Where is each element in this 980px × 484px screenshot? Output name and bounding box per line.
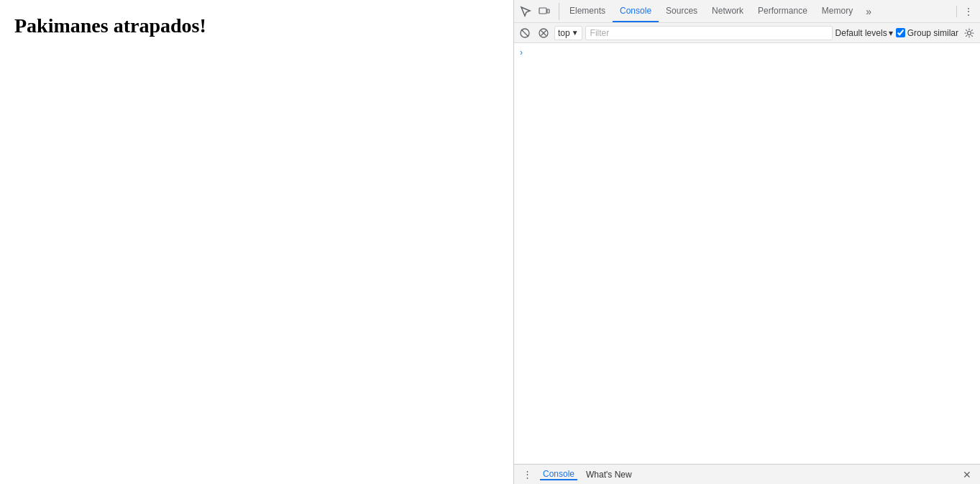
svg-point-7 bbox=[968, 31, 971, 35]
drawer-menu-button[interactable]: ⋮ bbox=[520, 467, 534, 482]
drawer-close-button[interactable]: ✕ bbox=[960, 467, 974, 482]
clear-button-2[interactable] bbox=[536, 25, 551, 41]
device-toolbar-button[interactable] bbox=[536, 3, 553, 20]
devtools-toolbar: Elements Console Sources Network Perform… bbox=[514, 0, 980, 23]
svg-rect-0 bbox=[539, 8, 546, 14]
default-levels-button[interactable]: Default levels ▾ bbox=[835, 28, 893, 38]
console-toolbar: top ▼ Default levels ▾ Group similar bbox=[514, 23, 980, 43]
tab-memory[interactable]: Memory bbox=[815, 0, 860, 22]
overflow-menu-button[interactable]: ⋮ bbox=[960, 3, 977, 20]
tab-elements[interactable]: Elements bbox=[562, 0, 613, 22]
inspect-element-button[interactable] bbox=[517, 3, 534, 20]
tab-network[interactable]: Network bbox=[705, 0, 751, 22]
devtools-panel: Elements Console Sources Network Perform… bbox=[513, 0, 980, 484]
console-settings-button[interactable] bbox=[961, 25, 977, 41]
group-similar-label[interactable]: Group similar bbox=[896, 28, 958, 38]
tab-performance[interactable]: Performance bbox=[751, 0, 815, 22]
page-title: Pakimanes atrapados! bbox=[14, 14, 499, 37]
toolbar-right-icons: ⋮ bbox=[952, 3, 977, 20]
drawer-tab-whats-new[interactable]: What's New bbox=[583, 470, 635, 480]
bottom-drawer: ⋮ Console What's New ✕ bbox=[514, 464, 980, 484]
more-tabs-button[interactable]: » bbox=[860, 3, 877, 20]
tab-sources[interactable]: Sources bbox=[659, 0, 705, 22]
page-content: Pakimanes atrapados! bbox=[0, 0, 513, 484]
console-prompt-arrow[interactable]: › bbox=[514, 46, 980, 59]
svg-rect-1 bbox=[547, 9, 549, 13]
divider bbox=[956, 6, 957, 17]
drawer-tab-console[interactable]: Console bbox=[540, 469, 577, 480]
tab-console[interactable]: Console bbox=[613, 0, 659, 22]
console-content: › bbox=[514, 43, 980, 464]
toolbar-icons bbox=[517, 3, 559, 20]
group-similar-checkbox[interactable] bbox=[896, 28, 905, 37]
svg-line-3 bbox=[521, 29, 528, 37]
devtools-tabs: Elements Console Sources Network Perform… bbox=[562, 0, 952, 22]
clear-console-button[interactable] bbox=[517, 25, 533, 41]
context-selector[interactable]: top ▼ bbox=[554, 26, 582, 40]
filter-input[interactable] bbox=[585, 26, 833, 40]
